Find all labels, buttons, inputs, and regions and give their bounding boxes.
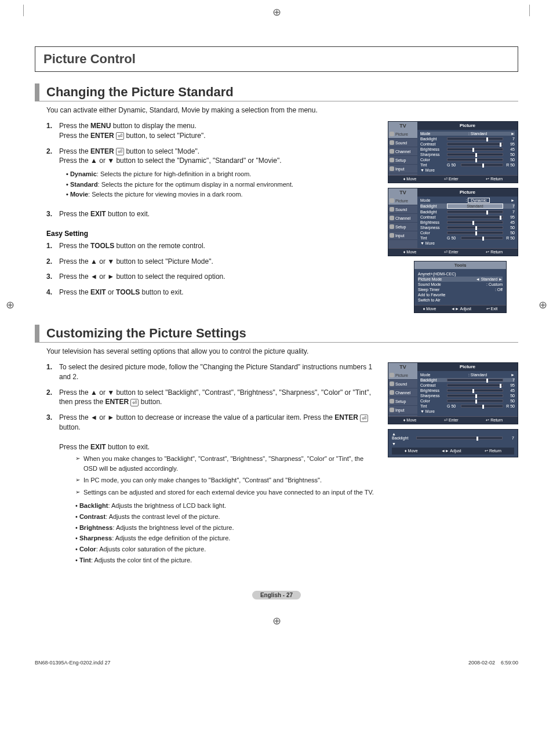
osd-backlight-strip: ▲ Backlight 7 ▼ ♦ Move◄► Adjust↩ Return: [388, 429, 518, 457]
reg-mark-right: ⊕: [539, 299, 547, 311]
osd-row: TintG 50R 50: [420, 236, 515, 240]
tools-row: Sleep Timer: Off: [418, 287, 503, 292]
step: 2.Press the ▲ or ▼ button to select "Pic…: [46, 257, 376, 267]
osd-sidebar-item: Setup: [388, 156, 417, 165]
step: 4.Press the EXIT or TOOLS button to exit…: [46, 288, 376, 297]
osd-row: Color50: [420, 158, 515, 162]
osd-picture-standard: TVPicture PictureSoundChannelSetupInput …: [388, 121, 518, 183]
step: 3.Press the ◄ or ► button to decrease or…: [46, 413, 376, 565]
osd-sidebar-item: Channel: [388, 388, 417, 397]
step: 1.Press the TOOLS button on the remote c…: [46, 241, 376, 251]
osd-row: Contrast95: [420, 383, 515, 387]
osd-sidebar-item: Picture: [388, 371, 417, 380]
step: 3.Press the ◄ or ► button to select the …: [46, 272, 376, 282]
osd-row: Color50: [420, 399, 515, 403]
page-footer: English - 27: [35, 589, 518, 599]
osd-row: Sharpness50: [420, 152, 515, 157]
osd-row: Mode: Dynamic►: [420, 198, 515, 202]
osd-sidebar-item: Input: [388, 165, 417, 173]
osd-row: Contrast95: [420, 142, 515, 146]
step-list: 1.To select the desired picture mode, fo…: [46, 362, 376, 566]
doc-footer: BN68-01395A-Eng-0202.indd 27 2008-02-02 …: [0, 657, 553, 668]
step: 3.Press the EXIT button to exit.: [46, 209, 376, 219]
tools-row: Sound Mode: Custom: [418, 282, 503, 287]
intro-text: Your television has several setting opti…: [46, 347, 518, 355]
osd-sidebar-item: Sound: [388, 205, 417, 214]
easy-step-list: 1.Press the TOOLS button on the remote c…: [46, 241, 376, 297]
osd-row: Contrast95: [420, 215, 515, 219]
osd-picture-mode: TVPicture PictureSoundChannelSetupInput …: [388, 188, 518, 256]
osd-sidebar-item: Setup: [388, 223, 417, 231]
tools-row: Picture Mode◄ Standard ►: [418, 277, 503, 282]
osd-sidebar-item: Sound: [388, 380, 417, 388]
osd-row: Backlight7: [420, 210, 515, 214]
tools-row: Switch to Air: [418, 297, 503, 303]
osd-row: Backlight7: [420, 137, 515, 141]
step: 1.Press the MENU button to display the m…: [46, 121, 376, 141]
osd-row: Mode: Standard►: [420, 373, 515, 377]
step: 2.Press the ENTER ⏎ button to select "Mo…: [46, 147, 376, 203]
osd-row: Color50: [420, 231, 515, 235]
section-header: Picture Control: [35, 46, 518, 72]
subsection-title: Changing the Picture Standard: [35, 83, 518, 101]
osd-picture-backlight: TVPicture PictureSoundChannelSetupInput …: [388, 362, 518, 424]
step: 1.To select the desired picture mode, fo…: [46, 362, 376, 382]
subsection-title: Customizing the Picture Settings: [35, 325, 518, 343]
tools-row: Add to Favorite: [418, 292, 503, 297]
osd-sidebar-item: Picture: [388, 130, 417, 139]
crop-mark: [23, 5, 35, 16]
intro-text: You can activate either Dynamic, Standar…: [46, 106, 518, 114]
osd-sidebar-item: Picture: [388, 197, 417, 205]
step-list: 1.Press the MENU button to display the m…: [46, 121, 376, 219]
osd-sidebar-item: Channel: [388, 214, 417, 223]
osd-row: Mode: Standard►: [420, 132, 515, 136]
osd-row: Backlight7: [420, 378, 515, 382]
reg-mark-left: ⊕: [6, 299, 14, 311]
osd-row: Sharpness50: [420, 226, 515, 230]
osd-sidebar-item: Sound: [388, 139, 417, 147]
osd-row: Brightness45: [420, 388, 515, 392]
reg-mark-bottom: ⊕: [272, 615, 281, 627]
osd-row: Brightness45: [420, 147, 515, 151]
step: 2.Press the ▲ or ▼ button to select "Bac…: [46, 388, 376, 408]
osd-sidebar-item: Channel: [388, 147, 417, 156]
osd-row: TintG 50R 50: [420, 163, 515, 167]
osd-row: Brightness45: [420, 220, 515, 224]
osd-sidebar-item: Input: [388, 231, 417, 240]
osd-sidebar-item: Setup: [388, 397, 417, 406]
osd-tools: Tools Anynet+(HDMI-CEC)Picture Mode◄ Sta…: [414, 261, 507, 313]
osd-row: TintG 50R 50: [420, 404, 515, 408]
osd-row: Sharpness50: [420, 394, 515, 398]
crop-mark: [518, 5, 530, 16]
osd-sidebar-item: Input: [388, 406, 417, 415]
easy-setting-heading: Easy Setting: [46, 230, 376, 238]
reg-mark-top: ⊕: [272, 6, 281, 19]
